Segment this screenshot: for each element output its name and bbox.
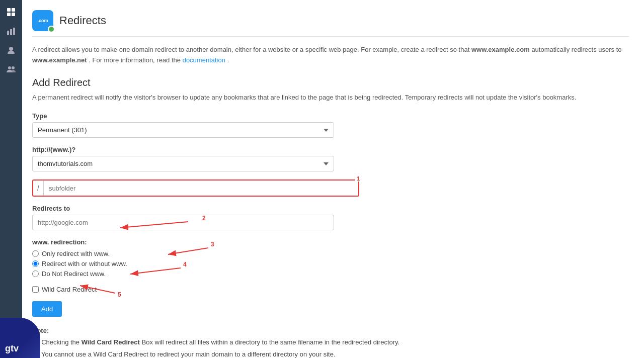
www-select[interactable]: thomvtutorials.com xyxy=(32,156,334,171)
type-select[interactable]: Permanent (301) Temporary (302) xyxy=(32,122,334,138)
add-redirect-title: Add Redirect xyxy=(32,77,629,88)
svg-rect-3 xyxy=(12,13,15,16)
svg-rect-2 xyxy=(7,13,11,16)
subfolder-slash: / xyxy=(33,181,44,196)
page-header: .com Redirects xyxy=(32,10,629,37)
svg-rect-6 xyxy=(13,28,15,35)
documentation-link[interactable]: documentation xyxy=(183,56,225,64)
gtv-label: gtv xyxy=(5,343,19,354)
www-group: http://(www.)? thomvtutorials.com xyxy=(32,146,629,171)
note-item-2: You cannot use a Wild Card Redirect to r… xyxy=(37,349,629,358)
sidebar-icon-user[interactable] xyxy=(3,42,19,58)
add-redirect-description: A permanent redirect will notify the vis… xyxy=(32,93,629,103)
subfolder-badge: 1 xyxy=(355,175,361,182)
redirects-to-group: Redirects to xyxy=(32,205,629,230)
www-redirection-label: www. redirection: xyxy=(32,238,629,246)
sidebar-icon-chart[interactable] xyxy=(3,23,19,39)
subfolder-group: / 1 xyxy=(32,180,629,197)
note-list: Checking the Wild Card Redirect Box will… xyxy=(32,337,629,358)
radio-with-or-without-label: Redirect with or without www. xyxy=(42,260,127,267)
svg-point-7 xyxy=(9,47,13,51)
subfolder-input[interactable] xyxy=(44,181,358,196)
main-content: .com Redirects A redirect allows you to … xyxy=(22,0,644,358)
add-button[interactable]: Add xyxy=(32,301,62,317)
radio-with-or-without-input[interactable] xyxy=(32,260,39,267)
note-section: Note: Checking the Wild Card Redirect Bo… xyxy=(32,327,629,358)
gtv-logo: gtv xyxy=(0,318,40,358)
sidebar-icon-group[interactable] xyxy=(3,61,19,77)
logo-badge: .com xyxy=(32,10,53,31)
radio-no-www-input[interactable] xyxy=(32,271,39,277)
note-title: Note: xyxy=(32,327,629,334)
page-title: Redirects xyxy=(59,14,106,27)
redirects-to-label: Redirects to xyxy=(32,205,629,212)
logo-badge-dot xyxy=(48,26,55,33)
svg-point-8 xyxy=(8,66,11,69)
radio-no-www-label: Do Not Redirect www. xyxy=(42,270,106,278)
radio-with-or-without: Redirect with or without www. xyxy=(32,260,629,267)
wildcard-label: Wild Card Redirect xyxy=(42,286,97,293)
radio-only-www: Only redirect with www. xyxy=(32,250,629,257)
note-item-1: Checking the Wild Card Redirect Box will… xyxy=(37,337,629,347)
subfolder-wrapper: / 1 xyxy=(32,180,359,197)
radio-no-www: Do Not Redirect www. xyxy=(32,270,629,278)
svg-rect-1 xyxy=(12,8,15,12)
wildcard-group: Wild Card Redirect xyxy=(32,286,629,293)
redirects-to-input[interactable] xyxy=(32,215,334,230)
wildcard-checkbox[interactable] xyxy=(32,286,39,293)
svg-point-9 xyxy=(12,66,15,69)
svg-rect-5 xyxy=(10,29,12,35)
radio-only-www-label: Only redirect with www. xyxy=(42,250,110,257)
type-label: Type xyxy=(32,112,629,120)
page-description: A redirect allows you to make one domain… xyxy=(32,45,629,66)
sidebar-icon-grid[interactable] xyxy=(3,4,19,20)
type-group: Type Permanent (301) Temporary (302) xyxy=(32,112,629,138)
radio-only-www-input[interactable] xyxy=(32,250,39,257)
svg-rect-4 xyxy=(7,31,9,35)
www-redirection-group: www. redirection: Only redirect with www… xyxy=(32,238,629,278)
redirect-form: Type Permanent (301) Temporary (302) htt… xyxy=(32,112,629,327)
www-label: http://(www.)? xyxy=(32,146,629,153)
sidebar xyxy=(0,0,22,358)
svg-rect-0 xyxy=(7,8,11,12)
